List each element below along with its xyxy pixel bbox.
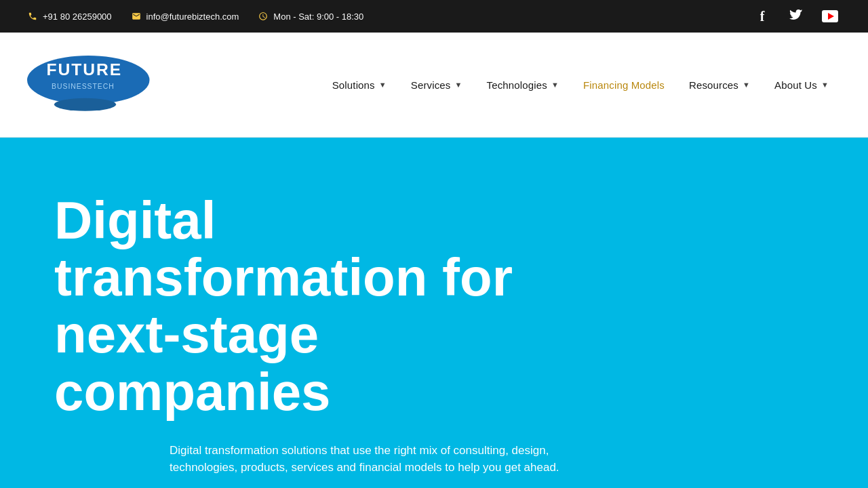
youtube-icon[interactable]	[819, 5, 841, 27]
hero-title: Digital transformation for next-stage co…	[54, 192, 597, 420]
svg-point-5	[54, 98, 116, 111]
email-address: info@futurebiztech.com	[146, 12, 239, 22]
nav-financing-models[interactable]: Financing Models	[571, 73, 677, 98]
header: FUTURE BUSINESSTECH Solutions ▼ Services…	[0, 33, 868, 138]
phone-icon	[27, 11, 38, 22]
svg-text:FUTURE: FUTURE	[47, 60, 123, 79]
top-bar: +91 80 26259000 info@futurebiztech.com M…	[0, 0, 868, 33]
nav-resources[interactable]: Resources ▼	[677, 73, 762, 98]
svg-text:BUSINESSTECH: BUSINESSTECH	[52, 83, 115, 91]
facebook-icon[interactable]: f	[751, 5, 773, 27]
chevron-down-icon: ▼	[551, 81, 559, 89]
hero-subtitle: Digital transformation solutions that us…	[170, 442, 604, 476]
main-nav: Solutions ▼ Services ▼ Technologies ▼ Fi…	[320, 73, 841, 98]
business-hours: Mon - Sat: 9:00 - 18:30	[273, 12, 363, 22]
nav-solutions[interactable]: Solutions ▼	[320, 73, 399, 98]
phone-number: +91 80 26259000	[43, 12, 112, 22]
nav-technologies[interactable]: Technologies ▼	[475, 73, 571, 98]
phone-item[interactable]: +91 80 26259000	[27, 11, 112, 22]
logo[interactable]: FUTURE BUSINESSTECH	[27, 56, 156, 114]
chevron-down-icon: ▼	[379, 81, 387, 89]
chevron-down-icon: ▼	[455, 81, 462, 89]
clock-icon	[258, 11, 269, 22]
chevron-down-icon: ▼	[743, 81, 750, 89]
chevron-down-icon: ▼	[821, 81, 829, 89]
hours-item: Mon - Sat: 9:00 - 18:30	[258, 11, 363, 22]
twitter-icon[interactable]	[785, 5, 807, 27]
social-icons: f	[751, 5, 841, 27]
email-item[interactable]: info@futurebiztech.com	[131, 11, 239, 22]
mail-icon	[131, 11, 142, 22]
nav-services[interactable]: Services ▼	[399, 73, 475, 98]
nav-about-us[interactable]: About Us ▼	[762, 73, 841, 98]
hero-section: Digital transformation for next-stage co…	[0, 138, 868, 488]
top-bar-contact: +91 80 26259000 info@futurebiztech.com M…	[27, 11, 363, 22]
